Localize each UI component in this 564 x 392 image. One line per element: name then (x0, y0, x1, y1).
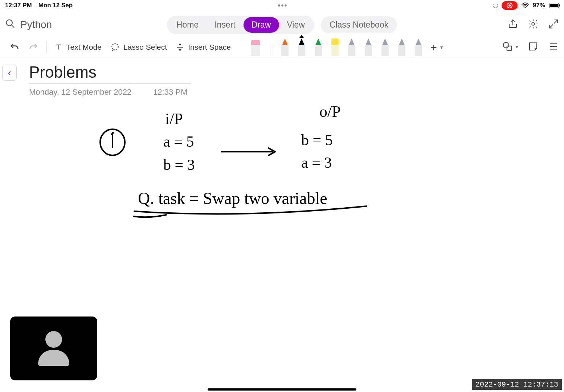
svg-text:a = 5: a = 5 (163, 133, 194, 150)
shapes-dropdown-icon[interactable] (502, 41, 513, 53)
svg-point-0 (525, 7, 526, 8)
add-pen-button[interactable]: ＋▾ (429, 40, 443, 54)
pen-gray-marker-3[interactable] (379, 38, 391, 56)
chevron-left-icon: ‹ (8, 67, 11, 78)
divider (270, 44, 270, 56)
tab-insert[interactable]: Insert (207, 17, 244, 33)
undo-button[interactable] (5, 40, 24, 54)
chevron-down-icon: ▾ (516, 44, 518, 50)
chevron-down-icon: ▾ (440, 44, 443, 50)
settings-gear-icon[interactable] (528, 19, 539, 31)
webcam-overlay[interactable] (10, 317, 97, 380)
pen-yellow-highlighter[interactable] (329, 38, 341, 56)
svg-rect-5 (507, 46, 512, 50)
battery-percent: 97% (533, 2, 545, 9)
draw-toolbar: Text Mode Lasso Select Insert Space ＋▾ ▾ (0, 37, 564, 57)
svg-text:Q.  task = Swap two variable: Q. task = Swap two variable (138, 189, 327, 208)
tab-class-notebook[interactable]: Class Notebook (321, 16, 397, 33)
status-time: 12:37 PM (5, 2, 32, 9)
screen-recording-pill[interactable] (502, 1, 518, 10)
svg-text:i/P: i/P (165, 110, 183, 128)
notebook-name[interactable]: Python (20, 19, 52, 30)
svg-point-2 (532, 23, 535, 25)
search-icon[interactable] (5, 19, 15, 31)
ipad-status-bar: 12:37 PM Mon 12 Sep ••• 97% (0, 0, 564, 11)
ruler-lines-icon[interactable] (548, 41, 559, 53)
insert-space-button[interactable]: Insert Space (171, 41, 235, 54)
text-mode-button[interactable]: Text Mode (50, 41, 106, 54)
note-page[interactable]: ‹ Problems Monday, 12 September 2022 12:… (0, 59, 564, 392)
lasso-select-button[interactable]: Lasso Select (106, 40, 171, 54)
status-date: Mon 12 Sep (38, 2, 73, 9)
exit-fullscreen-icon[interactable] (548, 19, 559, 31)
share-icon[interactable] (507, 19, 518, 31)
svg-text:b = 5: b = 5 (301, 132, 333, 148)
pen-green-marker[interactable] (312, 38, 324, 56)
multitask-dots-icon[interactable]: ••• (278, 1, 288, 10)
home-indicator[interactable] (208, 388, 356, 391)
handwriting-ink: i/P a = 5 b = 3 o/P b = 5 a = 3 Q. task … (22, 81, 421, 269)
pen-eraser[interactable] (250, 38, 261, 56)
activity-spinner-icon (493, 3, 498, 8)
svg-text:b = 3: b = 3 (163, 156, 195, 173)
pen-orange-marker[interactable] (279, 38, 291, 56)
recording-timestamp: 2022-09-12 12:37:13 (472, 379, 562, 390)
tab-home[interactable]: Home (168, 17, 207, 33)
sticky-note-icon[interactable] (528, 41, 539, 53)
insert-space-label: Insert Space (188, 43, 231, 52)
pen-gray-marker-5[interactable] (413, 38, 424, 56)
redo-button[interactable] (24, 40, 43, 54)
text-mode-label: Text Mode (66, 43, 102, 52)
record-icon (507, 3, 512, 8)
avatar-placeholder-icon (36, 331, 71, 366)
wifi-icon (521, 3, 529, 8)
tab-draw[interactable]: Draw (244, 17, 279, 33)
app-bar: Python Home Insert Draw View Class Noteb… (0, 14, 564, 36)
svg-text:o/P: o/P (319, 103, 341, 121)
pen-gray-marker-2[interactable] (363, 38, 374, 56)
pen-gray-marker-4[interactable] (396, 38, 408, 56)
pen-black-marker[interactable] (296, 38, 307, 56)
divider (46, 41, 47, 53)
lasso-label: Lasso Select (123, 43, 167, 52)
svg-text:a = 3: a = 3 (301, 154, 332, 171)
ribbon-tabs: Home Insert Draw View Class Notebook (167, 16, 397, 34)
pen-palette (250, 38, 424, 56)
svg-point-4 (503, 42, 509, 48)
svg-point-3 (112, 44, 118, 50)
battery-icon (549, 3, 559, 8)
back-button[interactable]: ‹ (2, 65, 17, 81)
pen-gray-marker-1[interactable] (346, 38, 357, 56)
tab-view[interactable]: View (279, 17, 312, 33)
